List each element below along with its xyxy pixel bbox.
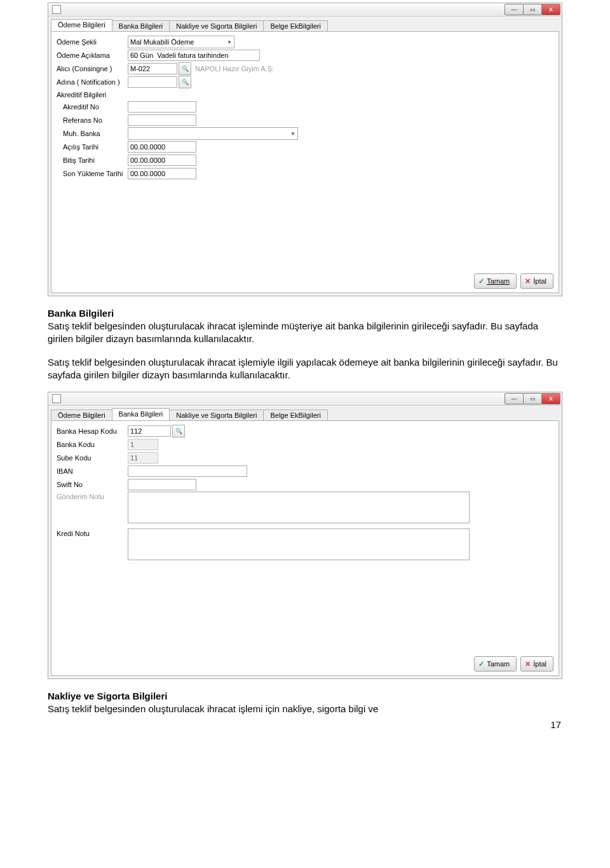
minimize-button[interactable]: — <box>505 4 524 15</box>
label-son-yukleme: Son Yükleme Tarihi <box>57 170 128 177</box>
dialog-odeme-bilgileri: — ▭ X Ödeme Bilgileri Banka Bilgileri Na… <box>48 3 562 296</box>
ok-button[interactable]: ✓ Tamam <box>474 656 517 672</box>
tab-belge-ekbilgileri[interactable]: Belge EkBilgileri <box>263 20 327 32</box>
label-kredi-notu: Kredi Notu <box>57 528 128 537</box>
search-icon: 🔍 <box>175 428 182 434</box>
paragraph: Satış teklif belgesinden oluşturulacak i… <box>48 356 562 382</box>
lookup-adina-button[interactable]: 🔍 <box>179 76 191 88</box>
paragraph: Satış teklif belgesinden oluşturulacak i… <box>48 320 562 346</box>
minimize-button[interactable]: — <box>505 393 524 404</box>
label-bitis-tarihi: Bitiş Tarihi <box>57 156 128 164</box>
label-referans-no: Referans No <box>57 116 128 124</box>
lookup-banka-hesap-button[interactable]: 🔍 <box>172 425 185 437</box>
ok-label: Tamam <box>487 660 510 668</box>
titlebar: — ▭ X <box>48 392 562 406</box>
combo-odeme-sekli[interactable]: Mal Mukabili Ödeme ▼ <box>128 36 234 48</box>
combo-value: Mal Mukabili Ödeme <box>130 38 194 46</box>
label-banka-kodu: Banka Kodu <box>57 441 128 448</box>
input-alici[interactable] <box>128 63 177 74</box>
label-banka-hesap-kodu: Banka Hesap Kodu <box>57 427 128 435</box>
input-son-yukleme[interactable] <box>128 168 196 179</box>
chevron-down-icon: ▼ <box>227 39 232 45</box>
label-alici: Alıcı (Consingne ) <box>57 65 128 72</box>
input-swift[interactable] <box>128 479 196 490</box>
x-icon: ✕ <box>525 277 531 286</box>
heading-nakliye-sigorta: Nakliye ve Sigorta Bilgileri <box>48 691 562 701</box>
combo-muh-banka[interactable]: ▼ <box>128 127 298 140</box>
label-gonderim-notu: Gönderim Notu <box>57 492 128 500</box>
dialog-banka-bilgileri: — ▭ X Ödeme Bilgileri Banka Bilgileri Na… <box>48 392 562 679</box>
input-sube-kodu <box>128 452 158 464</box>
tab-banka-bilgileri[interactable]: Banka Bilgileri <box>112 408 170 420</box>
tab-panel-banka: Banka Hesap Kodu 🔍 Banka Kodu Sube Kodu … <box>51 420 559 676</box>
maximize-button[interactable]: ▭ <box>523 4 542 15</box>
paragraph: Satış teklif belgesinden oluşturulacak i… <box>48 703 562 715</box>
check-icon: ✓ <box>478 660 484 668</box>
tab-odeme-bilgileri[interactable]: Ödeme Bilgileri <box>51 19 112 31</box>
ok-label: Tamam <box>487 277 510 285</box>
input-adina[interactable] <box>128 76 177 88</box>
hint-alici: NAPOLİ Hazır Giyim A.Ş: <box>195 65 274 72</box>
textarea-kredi-notu[interactable] <box>128 528 470 560</box>
tab-nakliye-sigorta[interactable]: Nakliye ve Sigorta Bilgileri <box>169 20 264 32</box>
tab-odeme-bilgileri[interactable]: Ödeme Bilgileri <box>51 410 112 421</box>
label-akreditif-bilgileri: Akreditif Bilgileri <box>57 91 106 99</box>
label-sube-kodu: Sube Kodu <box>57 454 128 462</box>
label-iban: IBAN <box>57 467 128 475</box>
input-bitis-tarihi[interactable] <box>128 155 196 166</box>
check-icon: ✓ <box>478 277 484 286</box>
tab-belge-ekbilgileri[interactable]: Belge EkBilgileri <box>263 410 327 421</box>
cancel-label: İptal <box>533 277 546 285</box>
label-adina: Adına ( Notification ) <box>57 78 128 86</box>
label-muh-banka: Muh. Banka <box>57 130 128 137</box>
input-iban[interactable] <box>128 465 247 477</box>
input-acilis-tarihi[interactable] <box>128 141 196 153</box>
input-banka-hesap-kodu[interactable] <box>128 425 171 437</box>
window-icon <box>52 394 61 403</box>
label-odeme-aciklama: Ödeme Açıklama <box>57 52 128 59</box>
page-number: 17 <box>48 719 562 730</box>
window-icon <box>52 5 61 14</box>
titlebar: — ▭ X <box>48 3 562 17</box>
search-icon: 🔍 <box>182 65 189 72</box>
label-odeme-sekli: Ödeme Şekli <box>57 38 128 46</box>
heading-banka-bilgileri: Banka Bilgileri <box>48 308 562 319</box>
label-swift: Swift No <box>57 481 128 488</box>
tab-nakliye-sigorta[interactable]: Nakliye ve Sigorta Bilgileri <box>169 410 264 421</box>
maximize-button[interactable]: ▭ <box>523 393 542 404</box>
label-akreditif-no: Akreditif No <box>57 103 128 111</box>
search-icon: 🔍 <box>182 79 189 85</box>
label-acilis-tarihi: Açılış Tarihi <box>57 143 128 151</box>
cancel-label: İptal <box>533 660 546 668</box>
close-button[interactable]: X <box>541 4 560 15</box>
ok-button[interactable]: ✓ Tamam <box>474 273 517 289</box>
input-akreditif-no[interactable] <box>128 101 196 113</box>
tab-banka-bilgileri[interactable]: Banka Bilgileri <box>112 20 170 32</box>
input-referans-no[interactable] <box>128 114 196 126</box>
input-odeme-aciklama[interactable] <box>128 50 260 61</box>
tab-strip: Ödeme Bilgileri Banka Bilgileri Nakliye … <box>48 406 562 420</box>
textarea-gonderim-notu[interactable] <box>128 492 470 523</box>
cancel-button[interactable]: ✕ İptal <box>520 656 553 672</box>
input-banka-kodu <box>128 439 158 450</box>
lookup-alici-button[interactable]: 🔍 <box>179 62 191 75</box>
chevron-down-icon: ▼ <box>290 131 295 137</box>
cancel-button[interactable]: ✕ İptal <box>520 273 553 289</box>
close-button[interactable]: X <box>541 393 560 404</box>
tab-panel-odeme: Ödeme Şekli Mal Mukabili Ödeme ▼ Ödeme A… <box>51 31 559 293</box>
tab-strip: Ödeme Bilgileri Banka Bilgileri Nakliye … <box>48 17 562 31</box>
x-icon: ✕ <box>525 660 531 668</box>
